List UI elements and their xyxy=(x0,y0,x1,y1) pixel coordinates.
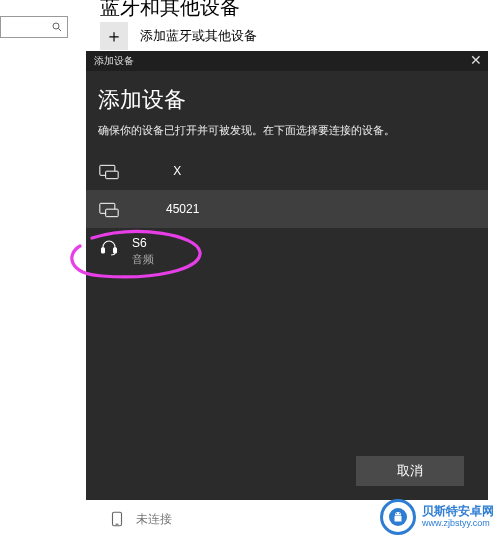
svg-point-10 xyxy=(396,513,397,514)
dialog-subtitle: 确保你的设备已打开并可被发现。在下面选择要连接的设备。 xyxy=(98,123,476,138)
headset-icon xyxy=(98,236,120,256)
cancel-button[interactable]: 取消 xyxy=(356,456,464,486)
add-bluetooth-row[interactable]: ＋ 添加蓝牙或其他设备 xyxy=(100,22,257,50)
settings-page-title: 蓝牙和其他设备 xyxy=(100,0,240,21)
svg-point-11 xyxy=(399,513,400,514)
dialog-heading: 添加设备 xyxy=(98,85,476,115)
dialog-window-title: 添加设备 xyxy=(94,54,134,68)
svg-point-0 xyxy=(53,23,59,29)
watermark-url: www.zjbstyy.com xyxy=(422,519,494,529)
svg-rect-7 xyxy=(106,209,119,217)
svg-rect-8 xyxy=(102,248,105,253)
svg-rect-9 xyxy=(114,248,117,253)
device-item[interactable]: S6 音频 xyxy=(86,228,488,277)
add-bluetooth-label: 添加蓝牙或其他设备 xyxy=(140,27,257,45)
device-list: X 45021 S6 音频 xyxy=(86,152,488,277)
svg-rect-5 xyxy=(106,171,119,179)
device-name: S6 xyxy=(132,236,154,250)
unconnected-label: 未连接 xyxy=(136,511,172,528)
dialog-titlebar: 添加设备 ✕ xyxy=(86,51,488,71)
device-name: 45021 xyxy=(132,202,199,216)
device-name: X xyxy=(132,164,181,178)
device-item[interactable]: 45021 xyxy=(86,190,488,228)
watermark: 贝斯特安卓网 www.zjbstyy.com xyxy=(380,499,494,535)
svg-line-1 xyxy=(58,28,61,31)
search-input[interactable] xyxy=(0,16,68,38)
device-status-row: 未连接 xyxy=(108,510,172,528)
search-icon xyxy=(51,21,63,33)
watermark-logo xyxy=(380,499,416,535)
watermark-brand: 贝斯特安卓网 xyxy=(422,505,494,518)
close-icon[interactable]: ✕ xyxy=(470,53,482,67)
display-icon xyxy=(98,200,120,218)
display-icon xyxy=(98,162,120,180)
device-type: 音频 xyxy=(132,252,154,267)
device-icon xyxy=(108,510,126,528)
add-device-dialog: 添加设备 ✕ 添加设备 确保你的设备已打开并可被发现。在下面选择要连接的设备。 … xyxy=(86,51,488,500)
plus-icon: ＋ xyxy=(100,22,128,50)
device-item[interactable]: X xyxy=(86,152,488,190)
